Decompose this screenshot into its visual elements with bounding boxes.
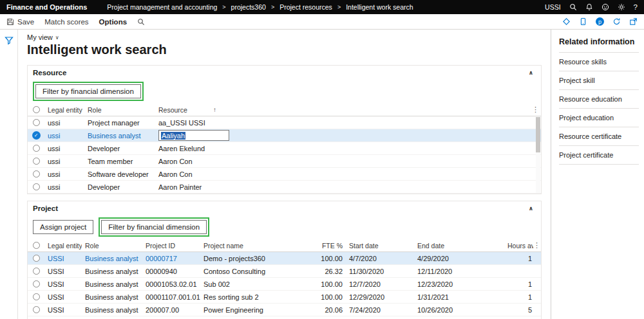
column-header-fte[interactable]: FTE %	[311, 242, 346, 250]
row-radio[interactable]	[33, 255, 40, 262]
related-information-panel: Related information Resource skills Proj…	[551, 30, 644, 319]
cell-start-date: 12/7/2020	[346, 280, 414, 288]
select-all-radio[interactable]	[33, 242, 40, 249]
match-scores-button[interactable]: Match scores	[44, 18, 88, 26]
resource-section-header[interactable]: Resource ∧	[28, 66, 541, 78]
feedback-smiley-icon[interactable]	[601, 3, 609, 11]
app-name[interactable]: Finance and Operations	[6, 3, 87, 11]
grid-options-icon[interactable]: ⋮	[533, 241, 540, 249]
cell-role: Developer	[84, 145, 155, 152]
filter-by-financial-dimension-button[interactable]: Filter by financial dimension	[35, 84, 141, 98]
view-selector[interactable]: My view ∨	[27, 33, 59, 41]
cell-hours-avail: 5	[504, 306, 533, 314]
cell-role: Business analyst	[82, 280, 142, 288]
related-link-project-education[interactable]: Project education	[559, 108, 639, 127]
assign-project-button[interactable]: Assign project	[33, 220, 93, 234]
row-radio[interactable]	[33, 145, 40, 152]
filter-by-financial-dimension-button[interactable]: Filter by financial dimension	[101, 220, 207, 234]
collapse-chevron-icon[interactable]: ∧	[529, 69, 533, 76]
resource-row[interactable]: ussi Developer Aaren Ekelund	[28, 142, 541, 155]
resource-row[interactable]: ussi Project manager aa_USSI USSI	[28, 116, 541, 129]
breadcrumb-item-2[interactable]: projects360	[231, 3, 266, 11]
project-row[interactable]: USSI Business analyst 00001107.001.01 Re…	[28, 291, 541, 304]
project-row[interactable]: USSI Business analyst 00000940 Contoso C…	[28, 265, 541, 278]
mobile-device-icon[interactable]	[579, 17, 587, 26]
badge-p-icon[interactable]: p	[596, 17, 604, 26]
form-search-icon[interactable]	[137, 18, 145, 26]
column-header-legal-entity[interactable]: Legal entity	[44, 106, 84, 114]
column-header-legal-entity[interactable]: Legal entity	[44, 242, 82, 250]
project-row-selected[interactable]: USSI Business analyst 00000717 Demo - pr…	[28, 252, 541, 265]
row-radio[interactable]	[33, 183, 40, 190]
row-radio[interactable]	[33, 280, 40, 287]
cell-project-id: 00001053.02.01	[142, 280, 200, 288]
grid-options-icon[interactable]: ⋮	[532, 105, 539, 113]
collapse-chevron-icon[interactable]: ∧	[529, 205, 533, 212]
breadcrumb-item-3[interactable]: Project resources	[279, 3, 332, 11]
column-header-role[interactable]: Role	[82, 242, 142, 250]
related-link-project-skill[interactable]: Project skill	[559, 71, 639, 89]
column-header-end-date[interactable]: End date	[414, 242, 504, 250]
cell-legal-entity: ussi	[44, 170, 84, 178]
row-radio[interactable]	[33, 306, 40, 313]
save-button[interactable]: Save	[6, 18, 34, 26]
breadcrumb-item-1[interactable]: Project management and accounting	[107, 3, 217, 11]
scrollbar-thumb[interactable]	[536, 117, 540, 152]
company-picker[interactable]: USSI	[545, 3, 561, 11]
row-radio[interactable]	[33, 170, 40, 178]
column-header-project-id[interactable]: Project ID	[142, 242, 200, 250]
column-header-resource[interactable]: Resource	[158, 106, 187, 114]
related-link-resource-education[interactable]: Resource education	[559, 89, 639, 108]
row-radio[interactable]	[33, 293, 40, 300]
open-in-new-window-icon[interactable]	[629, 17, 638, 26]
related-link-resource-certificate[interactable]: Resource certificate	[559, 127, 639, 145]
options-menu[interactable]: Options	[99, 18, 127, 26]
resource-name-input[interactable]: Aaliyah	[158, 130, 229, 141]
sort-ascending-icon: ↑	[213, 106, 216, 113]
cell-resource: Aaron Painter	[155, 183, 532, 191]
row-radio[interactable]	[33, 158, 40, 165]
cell-hours-avail: 1	[504, 280, 533, 288]
row-radio[interactable]	[33, 268, 40, 275]
resource-row-selected[interactable]: ✓ ussi Business analyst Aaliyah	[28, 129, 541, 142]
breadcrumb-item-current: Intelligent work search	[346, 3, 413, 11]
cell-resource: Aaren Ekelund	[155, 145, 532, 152]
cell-project-name: Sub 002	[200, 280, 311, 288]
cell-hours-avail: 1	[504, 293, 533, 301]
alerts-bell-icon[interactable]	[585, 3, 593, 11]
project-id-link[interactable]: 00000717	[142, 255, 200, 262]
settings-gear-icon[interactable]	[618, 3, 625, 11]
column-header-role[interactable]: Role	[84, 106, 155, 114]
related-link-resource-skills[interactable]: Resource skills	[559, 52, 639, 71]
filter-funnel-icon[interactable]	[5, 36, 14, 45]
cell-role: Business analyst	[84, 132, 155, 140]
column-header-project-name[interactable]: Project name	[200, 242, 311, 250]
save-icon	[6, 18, 14, 26]
related-link-project-certificate[interactable]: Project certificate	[559, 145, 639, 165]
project-row[interactable]: USSI Business analyst 200007.00 Power En…	[28, 316, 541, 319]
cell-start-date: 11/30/2020	[346, 268, 414, 275]
refresh-icon[interactable]	[612, 17, 621, 26]
project-row[interactable]: USSI Business analyst 200007.00 Power En…	[28, 304, 541, 316]
cell-end-date: 4/29/2020	[414, 255, 504, 262]
resource-row[interactable]: ussi Team member Aaron Con	[28, 155, 541, 168]
resource-row[interactable]: ussi Software developer Aaron Con	[28, 168, 541, 181]
row-radio-checked[interactable]: ✓	[32, 131, 41, 140]
project-row[interactable]: USSI Business analyst 00001053.02.01 Sub…	[28, 278, 541, 291]
action-bar-right-icons: p	[562, 17, 638, 26]
topbar-right-controls: USSI ?	[545, 3, 638, 11]
cell-role: Team member	[84, 158, 155, 165]
project-section-header[interactable]: Project ∧	[28, 201, 541, 214]
search-icon[interactable]	[569, 3, 577, 11]
help-icon[interactable]: ?	[634, 3, 638, 11]
column-header-start-date[interactable]: Start date	[346, 242, 414, 250]
resource-section: Resource ∧ Filter by financial dimension…	[27, 65, 542, 194]
cell-role: Business analyst	[82, 293, 142, 301]
scrollbar[interactable]	[536, 117, 540, 193]
resource-row[interactable]: ussi Developer Aaron Painter	[28, 181, 541, 194]
select-all-radio[interactable]	[33, 106, 40, 113]
cell-project-id: 200007.00	[142, 306, 200, 314]
row-radio[interactable]	[33, 119, 40, 126]
column-header-hours-avail[interactable]: Hours avail.	[504, 242, 533, 250]
power-apps-gem-icon[interactable]	[562, 17, 571, 26]
